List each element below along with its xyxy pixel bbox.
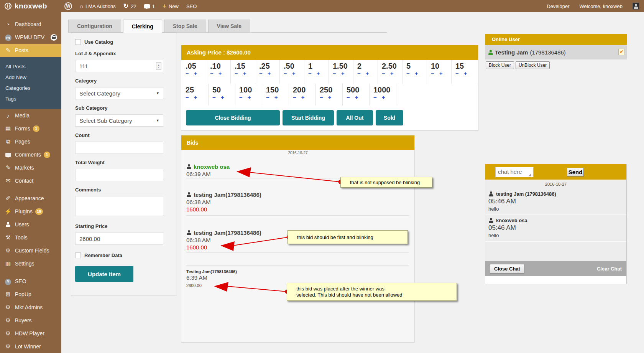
sidebar-item-users[interactable]: Users: [0, 218, 61, 231]
increment-button[interactable]: +: [464, 70, 467, 77]
decrement-button[interactable]: −: [455, 70, 459, 77]
decrement-button[interactable]: −: [266, 94, 269, 101]
increment-button[interactable]: +: [382, 94, 385, 101]
increment-button[interactable]: +: [248, 94, 251, 101]
decrement-button[interactable]: −: [406, 70, 410, 77]
close-bidding-button[interactable]: Close Bidding: [186, 110, 280, 125]
increment-button[interactable]: +: [415, 70, 418, 77]
sidebar-item-markets[interactable]: ✎ Markets: [0, 161, 61, 174]
decrement-button[interactable]: −: [212, 94, 216, 101]
decrement-button[interactable]: −: [239, 94, 243, 101]
decrement-button[interactable]: −: [235, 70, 238, 77]
subcategory-select[interactable]: Select Sub Category ▼: [75, 114, 163, 127]
clear-chat-button[interactable]: Clear Chat: [597, 266, 622, 272]
updates-link[interactable]: ↻ 22: [123, 3, 136, 9]
tab-configuration[interactable]: Configuration: [68, 20, 121, 33]
sold-button[interactable]: Sold: [376, 110, 403, 125]
seo-toolbar-menu[interactable]: SEO: [186, 3, 197, 9]
decrement-button[interactable]: −: [347, 94, 350, 101]
sidebar-item-lot-winner[interactable]: ⚙ Lot Winner: [0, 340, 61, 353]
all-out-button[interactable]: All Out: [337, 110, 373, 125]
increment-button[interactable]: +: [274, 94, 278, 101]
increment-button[interactable]: +: [328, 94, 332, 101]
sidebar-item-media[interactable]: ♪ Media: [0, 109, 61, 122]
decrement-button[interactable]: −: [308, 70, 312, 77]
sidebar-item-pages[interactable]: ⧉ Pages: [0, 135, 61, 148]
wordpress-menu[interactable]: W: [64, 2, 72, 10]
sidebar-item-forms[interactable]: ▤ Forms 1: [0, 122, 61, 135]
starting-price-input[interactable]: [75, 233, 163, 245]
sidebar-item-mkt-admins[interactable]: ⚙ Mkt Admins: [0, 301, 61, 314]
comments-textarea[interactable]: [75, 196, 163, 216]
developer-link[interactable]: Developer: [547, 3, 569, 9]
sidebar-item-hdw-player[interactable]: ⚙ HDW Player: [0, 327, 61, 340]
unblock-user-button[interactable]: UnBlock User: [516, 61, 550, 69]
decrement-button[interactable]: −: [320, 94, 323, 101]
decrement-button[interactable]: −: [186, 94, 189, 101]
new-content-menu[interactable]: + New: [163, 3, 179, 9]
chat-input[interactable]: [495, 167, 534, 177]
increment-button[interactable]: +: [221, 94, 224, 101]
decrement-button[interactable]: −: [357, 70, 361, 77]
sidebar-item-dashboard[interactable]: ◔ Dashboard: [0, 18, 61, 31]
category-select[interactable]: Select Category ▼: [75, 87, 163, 99]
number-stepper-icon[interactable]: ▲▼: [156, 62, 161, 70]
decrement-button[interactable]: −: [382, 70, 385, 77]
online-user-checkbox[interactable]: ✔: [618, 49, 625, 55]
decrement-button[interactable]: −: [259, 70, 263, 77]
use-catalog-checkbox[interactable]: [75, 39, 81, 45]
sidebar-item-comments[interactable]: Comments 1: [0, 148, 61, 161]
tab-stop-sale[interactable]: Stop Sale: [164, 20, 206, 33]
count-input[interactable]: [75, 142, 163, 154]
comments-moderation-link[interactable]: 1: [144, 3, 155, 9]
increment-button[interactable]: +: [439, 70, 443, 77]
increment-button[interactable]: +: [366, 70, 369, 77]
submenu-item-categories[interactable]: Categories: [0, 83, 61, 94]
sidebar-item-plugins[interactable]: ⚡ Plugins 19: [0, 205, 61, 218]
submenu-item-tags[interactable]: Tags: [0, 94, 61, 104]
decrement-button[interactable]: −: [284, 70, 287, 77]
decrement-button[interactable]: −: [293, 94, 296, 101]
update-item-button[interactable]: Update Item: [75, 266, 133, 282]
sidebar-item-appearance[interactable]: ✐ Appearance: [0, 192, 61, 205]
increment-button[interactable]: +: [268, 70, 271, 77]
sidebar-item-settings[interactable]: ▥ Settings: [0, 257, 61, 270]
decrement-button[interactable]: −: [333, 70, 336, 77]
send-button[interactable]: Send: [567, 168, 584, 176]
sidebar-item-posts[interactable]: ✎ Posts: [0, 44, 61, 57]
start-bidding-button[interactable]: Start Bidding: [283, 110, 334, 125]
increment-button[interactable]: +: [219, 70, 222, 77]
sidebar-item-custom-fields[interactable]: ⚙ Custom Fields: [0, 244, 61, 257]
increment-button[interactable]: +: [390, 70, 394, 77]
increment-button[interactable]: +: [243, 70, 246, 77]
increment-button[interactable]: +: [194, 70, 197, 77]
sidebar-item-popup[interactable]: ⊠ PopUp: [0, 288, 61, 301]
increment-button[interactable]: +: [355, 94, 358, 101]
decrement-button[interactable]: −: [210, 70, 214, 77]
increment-button[interactable]: +: [194, 94, 197, 101]
increment-button[interactable]: +: [292, 70, 296, 77]
block-user-button[interactable]: Block User: [486, 61, 514, 69]
sidebar-item-tools[interactable]: ⚒ Tools: [0, 231, 61, 244]
sidebar-item-contact[interactable]: ✉ Contact: [0, 174, 61, 187]
decrement-button[interactable]: −: [373, 94, 377, 101]
total-weight-input[interactable]: [75, 169, 163, 181]
close-chat-button[interactable]: Close Chat: [490, 264, 524, 274]
decrement-button[interactable]: −: [186, 70, 189, 77]
sidebar-item-wpmu-dev[interactable]: m WPMU DEV: [0, 31, 61, 44]
avatar[interactable]: [632, 3, 639, 10]
increment-button[interactable]: +: [301, 94, 305, 101]
submenu-item-add-new[interactable]: Add New: [0, 72, 61, 83]
remember-data-checkbox[interactable]: [75, 252, 81, 258]
site-brand[interactable]: knoxweb: [0, 2, 61, 10]
increment-button[interactable]: +: [317, 70, 320, 77]
sidebar-item-seo[interactable]: Y SEO: [0, 275, 61, 288]
submenu-item-all-posts[interactable]: All Posts: [0, 61, 61, 72]
increment-button[interactable]: +: [341, 70, 345, 77]
decrement-button[interactable]: −: [431, 70, 434, 77]
site-home-link[interactable]: ⌂ LMA Auctions: [80, 3, 116, 9]
tab-clerking[interactable]: Clerking: [123, 20, 162, 33]
lot-input[interactable]: [75, 60, 163, 72]
account-menu[interactable]: Welcome, knoxweb: [580, 3, 623, 9]
sidebar-item-buyers[interactable]: ⚙ Buyers: [0, 314, 61, 327]
